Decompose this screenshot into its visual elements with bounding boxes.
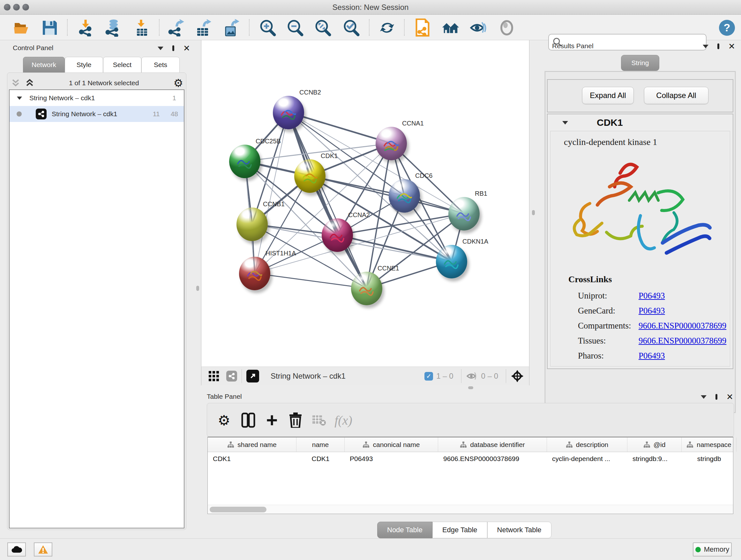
control-panel-close-icon[interactable]: ✕ [183, 45, 190, 51]
results-panel-float-icon[interactable] [718, 44, 719, 49]
node-ribbon-CDC25B [234, 153, 255, 173]
string-style-icon[interactable] [226, 371, 237, 381]
cell-canonical-name[interactable]: P06493 [345, 452, 438, 465]
gene-expander-icon[interactable] [562, 121, 568, 125]
edge-CDK1-RB1[interactable] [310, 176, 464, 213]
network-row[interactable]: String Network – cdk1 11 48 [10, 106, 184, 122]
table-panel-close-icon[interactable]: ✕ [726, 394, 733, 400]
scrollbar-thumb[interactable] [210, 507, 266, 512]
home-pair-icon[interactable] [442, 19, 460, 37]
node-CCNB1[interactable] [237, 207, 268, 241]
column-header-database-identifier[interactable]: database identifier [438, 437, 547, 452]
right-splitter-handle[interactable] [532, 210, 535, 215]
cell-description[interactable]: cyclin-dependent ... [547, 452, 627, 465]
control-panel-float-icon[interactable] [172, 45, 174, 51]
edge-CCNB2-CCNA1[interactable] [288, 112, 391, 143]
save-session-icon[interactable] [41, 19, 59, 37]
selected-checkbox-icon[interactable]: ✓ [424, 372, 433, 381]
tab-style[interactable]: Style [65, 57, 103, 73]
open-in-window-icon[interactable] [246, 370, 259, 382]
network-collection-row[interactable]: String Network – cdk1 1 [10, 90, 184, 106]
add-column-icon[interactable]: + [263, 411, 281, 429]
show-all-icon[interactable] [498, 19, 516, 37]
column-header-shared-name[interactable]: shared name [208, 437, 296, 452]
tab-edge-table[interactable]: Edge Table [432, 522, 487, 538]
horizontal-splitter-handle[interactable] [468, 386, 473, 389]
network-view-toolbar: String Network – cdk1 ✓ 1 – 0 0 – 0 [201, 367, 529, 385]
results-buttons-box: Expand All Collapse All [547, 79, 733, 112]
tab-network[interactable]: Network [23, 57, 65, 73]
delete-column-icon[interactable] [286, 411, 305, 429]
column-header-label: description [576, 441, 609, 449]
crosslinks-title: CrossLinks [568, 274, 612, 285]
memory-button[interactable]: Memory [693, 543, 732, 557]
table-panel-float-icon[interactable] [716, 394, 718, 400]
crosslink-value-link[interactable]: P06493 [638, 351, 665, 361]
tab-sets[interactable]: Sets [141, 57, 180, 73]
fit-content-crosshair-icon[interactable] [511, 369, 524, 383]
cell-shared-name[interactable]: CDK1 [208, 452, 296, 465]
gene-entry-header[interactable]: CDK1 [548, 114, 733, 131]
column-header--id[interactable]: @id [627, 437, 682, 452]
edge-HIST1H1A-CCNE1[interactable] [255, 273, 367, 288]
column-header-name[interactable]: name [296, 437, 345, 452]
cell--id[interactable]: stringdb:9... [627, 452, 682, 465]
node-ribbon-CCNA2 [327, 227, 347, 246]
table-row[interactable]: CDK1CDK1P064939606.ENSP00000378699cyclin… [208, 452, 733, 465]
table-panel-menu-icon[interactable] [701, 395, 706, 399]
import-network-file-icon[interactable] [77, 19, 95, 37]
column-header-canonical-name[interactable]: canonical name [345, 437, 438, 452]
left-splitter-handle[interactable] [196, 286, 199, 291]
show-columns-icon[interactable] [239, 411, 258, 429]
column-header-label: database identifier [470, 441, 525, 449]
zoom-out-icon[interactable] [286, 19, 305, 37]
open-session-icon[interactable] [13, 19, 30, 37]
zoom-in-icon[interactable] [259, 19, 277, 37]
export-image-icon[interactable] [222, 19, 240, 37]
network-canvas[interactable]: CCNB2CCNA1CDC25BCDK1CDC6RB1CCNB1CCNA2CDK… [201, 40, 529, 367]
tab-select[interactable]: Select [103, 57, 141, 73]
export-network-icon[interactable] [166, 19, 185, 37]
network-options-gear-icon[interactable]: ⚙ [174, 77, 183, 89]
crosslink-value-link[interactable]: P06493 [638, 306, 665, 316]
warnings-button[interactable] [34, 543, 52, 557]
export-table-icon[interactable] [194, 19, 212, 37]
hidden-eye-icon[interactable] [466, 371, 478, 381]
birdseye-grid-icon[interactable] [208, 371, 219, 381]
cloud-button[interactable] [7, 543, 26, 557]
results-panel-menu-icon[interactable] [703, 45, 709, 48]
column-header-namespace[interactable]: namespace [682, 437, 737, 452]
collection-expander-icon[interactable] [17, 97, 22, 100]
hide-selected-icon[interactable] [469, 19, 487, 37]
cell-name[interactable]: CDK1 [296, 452, 345, 465]
tab-network-table[interactable]: Network Table [487, 522, 551, 538]
warning-icon [38, 545, 48, 554]
results-panel-close-icon[interactable]: ✕ [728, 44, 735, 49]
table-horizontal-scrollbar[interactable] [208, 505, 733, 514]
control-panel-menu-icon[interactable] [158, 47, 163, 50]
cell-namespace[interactable]: stringdb [682, 452, 737, 465]
cell-database-identifier[interactable]: 9606.ENSP00000378699 [438, 452, 547, 465]
import-network-database-icon[interactable] [104, 19, 122, 37]
zoom-fit-icon[interactable] [314, 19, 332, 37]
expand-all-button[interactable]: Expand All [582, 87, 634, 104]
string-document-icon[interactable] [414, 19, 431, 37]
tab-string[interactable]: String [621, 55, 659, 71]
collapse-all-button[interactable]: Collapse All [644, 87, 709, 104]
column-header-description[interactable]: description [547, 437, 627, 452]
crosslink-value-link[interactable]: 9606.ENSP00000378699 [638, 321, 726, 331]
edge-CCNA2-CDKN1A[interactable] [337, 235, 452, 261]
zoom-selected-icon[interactable] [343, 19, 360, 37]
edge-CCNB2-CCNE1[interactable] [288, 112, 367, 288]
tab-node-table[interactable]: Node Table [377, 522, 432, 538]
column-header-label: name [312, 441, 329, 449]
table-settings-gear-icon[interactable]: ⚙ [215, 411, 233, 429]
collapse-all-icon[interactable] [11, 78, 20, 88]
crosslink-value-link[interactable]: 9606.ENSP00000378699 [638, 336, 726, 346]
expand-all-icon[interactable] [25, 78, 35, 88]
help-icon[interactable]: ? [718, 19, 736, 37]
refresh-icon[interactable] [378, 19, 396, 37]
node-label-CCNB1: CCNB1 [263, 200, 285, 208]
import-table-icon[interactable] [133, 19, 151, 37]
crosslink-value-link[interactable]: P06493 [638, 291, 665, 301]
